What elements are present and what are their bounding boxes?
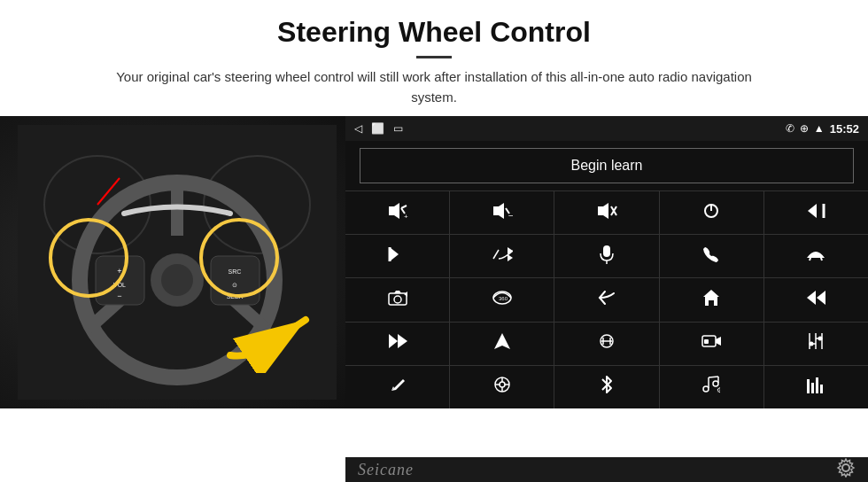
- status-bar-right: ✆ ⊕ ▲ 15:52: [786, 122, 859, 136]
- ctrl-navigate[interactable]: [450, 323, 554, 365]
- title-divider: [416, 56, 452, 58]
- ctrl-power[interactable]: [660, 191, 763, 234]
- ctrl-mute[interactable]: [554, 191, 658, 234]
- svg-rect-83: [820, 385, 823, 393]
- page-wrapper: Steering Wheel Control Your original car…: [0, 0, 868, 482]
- svg-marker-37: [508, 254, 513, 261]
- ctrl-360[interactable]: 360: [450, 278, 554, 321]
- svg-point-9: [161, 264, 193, 296]
- ctrl-music[interactable]: ⚙: [660, 366, 763, 408]
- svg-point-77: [703, 386, 709, 392]
- back-icon: [598, 290, 616, 310]
- ctrl-menu[interactable]: [450, 366, 554, 408]
- svg-rect-60: [704, 339, 709, 344]
- ctrl-bluetooth[interactable]: [554, 366, 658, 408]
- ctrl-prev[interactable]: [764, 191, 868, 234]
- svg-text:+: +: [404, 213, 408, 220]
- ctrl-tune[interactable]: [764, 323, 868, 365]
- svg-marker-50: [817, 291, 825, 305]
- svg-rect-81: [811, 383, 814, 393]
- svg-marker-26: [598, 203, 608, 219]
- pen-icon: [389, 376, 407, 398]
- ctrl-vol-down[interactable]: −: [450, 191, 554, 234]
- bluetooth-icon: [601, 375, 613, 399]
- header-section: Steering Wheel Control Your original car…: [0, 0, 868, 116]
- home-icon: [702, 289, 720, 311]
- call-icon: [702, 245, 720, 268]
- camera-icon: [388, 290, 407, 310]
- subtitle-text: Your original car's steering wheel contr…: [97, 67, 771, 107]
- svg-rect-38: [603, 245, 610, 257]
- svg-marker-44: [394, 291, 401, 293]
- svg-line-35: [493, 250, 499, 259]
- svg-marker-53: [494, 333, 510, 349]
- ctrl-back[interactable]: [554, 278, 658, 321]
- svg-text:−: −: [117, 292, 121, 300]
- ctrl-next-track[interactable]: [345, 235, 449, 277]
- settings-gear-icon[interactable]: [836, 458, 856, 482]
- mute-icon: [596, 202, 617, 224]
- svg-line-74: [709, 377, 718, 377]
- ctrl-home[interactable]: [660, 278, 763, 321]
- bottom-bar: Seicane: [0, 457, 868, 482]
- svg-marker-23: [493, 203, 504, 219]
- ctrl-call[interactable]: [660, 235, 763, 277]
- prev-icon: [806, 203, 825, 223]
- svg-marker-19: [389, 203, 399, 219]
- eq-icon: [597, 333, 616, 354]
- back-nav-icon[interactable]: ◁: [354, 122, 362, 135]
- ctrl-fwd[interactable]: [345, 323, 449, 365]
- svg-text:360: 360: [499, 296, 508, 301]
- watermark-bar: Seicane: [345, 457, 868, 482]
- ctrl-shuffle[interactable]: [450, 235, 554, 277]
- shuffle-icon: [492, 246, 513, 267]
- svg-marker-48: [703, 290, 719, 306]
- svg-point-84: [842, 464, 849, 471]
- next-track-icon: [388, 246, 407, 267]
- svg-text:⚙: ⚙: [717, 386, 720, 393]
- vol-down-icon: −: [492, 202, 513, 224]
- ctrl-equalizer[interactable]: [764, 366, 868, 408]
- content-row: + VOL − SRC ⊙ SEEK: [0, 116, 868, 457]
- brand-watermark: Seicane: [358, 461, 414, 479]
- ctrl-dashcam[interactable]: [660, 323, 763, 365]
- ctrl-camera[interactable]: [345, 278, 449, 321]
- ctrl-vol-up[interactable]: +: [345, 191, 449, 234]
- svg-marker-59: [716, 337, 721, 346]
- menu-icon: [493, 376, 511, 398]
- ctrl-eq[interactable]: [554, 323, 658, 365]
- ctrl-end-call[interactable]: [764, 235, 868, 277]
- rew-icon: [806, 290, 825, 310]
- svg-rect-82: [816, 377, 818, 393]
- vol-up-icon: +: [387, 202, 408, 224]
- photo-bottom: [0, 457, 345, 482]
- recent-nav-icon[interactable]: ▭: [393, 122, 403, 135]
- ctrl-pen[interactable]: [345, 366, 449, 408]
- yellow-arrow: [221, 302, 328, 373]
- svg-marker-51: [389, 334, 398, 348]
- svg-point-69: [500, 382, 505, 387]
- phone-status-icon: ✆: [786, 122, 794, 135]
- power-icon: [702, 202, 720, 224]
- home-nav-icon[interactable]: ⬜: [371, 122, 384, 135]
- svg-marker-45: [404, 292, 407, 297]
- svg-marker-49: [807, 291, 816, 305]
- control-grid: + −: [345, 190, 868, 408]
- svg-line-21: [401, 206, 407, 208]
- begin-learn-row: Begin learn: [345, 141, 868, 190]
- ctrl-rew[interactable]: [764, 278, 868, 321]
- highlight-circle-left: [49, 218, 128, 298]
- fwd-icon: [388, 333, 407, 354]
- signal-status-icon: ▲: [814, 122, 825, 135]
- begin-learn-button[interactable]: Begin learn: [360, 148, 854, 183]
- music-icon: ⚙: [702, 376, 720, 398]
- ctrl-mic[interactable]: [554, 235, 658, 277]
- highlight-circle-right: [199, 218, 279, 298]
- photo-section: + VOL − SRC ⊙ SEEK: [0, 116, 345, 408]
- svg-rect-80: [807, 379, 810, 393]
- equalizer-icon: [806, 376, 825, 398]
- 360-icon: 360: [491, 288, 514, 312]
- time-display: 15:52: [830, 122, 859, 136]
- page-title: Steering Wheel Control: [53, 16, 815, 49]
- end-call-icon: [806, 247, 825, 266]
